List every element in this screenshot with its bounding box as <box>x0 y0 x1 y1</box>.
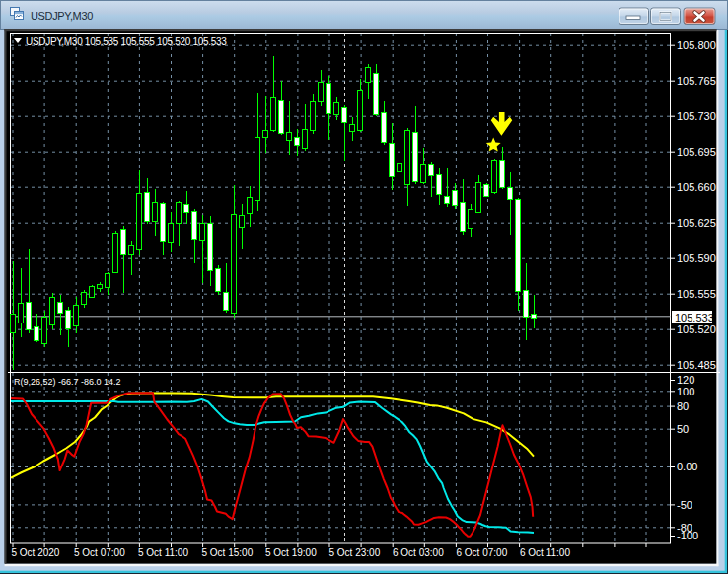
svg-text:80: 80 <box>677 400 689 412</box>
svg-text:5 Oct 23:00: 5 Oct 23:00 <box>329 547 381 558</box>
svg-text:6 Oct 03:00: 6 Oct 03:00 <box>393 547 444 558</box>
svg-text:105.660: 105.660 <box>677 181 716 193</box>
svg-text:5 Oct 07:00: 5 Oct 07:00 <box>74 547 125 558</box>
svg-text:105.555: 105.555 <box>677 288 716 300</box>
svg-text:6 Oct 11:00: 6 Oct 11:00 <box>520 547 570 558</box>
svg-text:105.625: 105.625 <box>677 217 716 229</box>
svg-text:105.730: 105.730 <box>677 110 716 122</box>
svg-text:105.520: 105.520 <box>677 323 716 335</box>
svg-text:105.590: 105.590 <box>677 252 716 264</box>
svg-text:100: 100 <box>677 386 694 397</box>
svg-text:120: 120 <box>677 374 694 386</box>
svg-text:-100: -100 <box>677 530 698 541</box>
svg-text:USDJPY,M30: USDJPY,M30 <box>31 10 93 22</box>
svg-text:-50: -50 <box>677 499 692 511</box>
svg-text:105.485: 105.485 <box>677 359 716 371</box>
svg-text:5 Oct 2020: 5 Oct 2020 <box>12 547 60 558</box>
svg-text:5 Oct 15:00: 5 Oct 15:00 <box>202 547 254 558</box>
svg-text:105.765: 105.765 <box>677 75 716 87</box>
svg-text:R(9,26,52) -66.7 -86.0 14.2: R(9,26,52) -66.7 -86.0 14.2 <box>14 377 121 387</box>
svg-text:5 Oct 11:00: 5 Oct 11:00 <box>138 547 188 558</box>
svg-text:50: 50 <box>677 423 689 435</box>
svg-text:6 Oct 07:00: 6 Oct 07:00 <box>457 547 508 558</box>
svg-text:105.695: 105.695 <box>677 146 716 158</box>
svg-text:5 Oct 19:00: 5 Oct 19:00 <box>265 547 317 558</box>
svg-text:USDJPY,M30 105.535 105.555 10: USDJPY,M30 105.535 105.555 105.520 105.5… <box>26 36 227 47</box>
svg-text:0.00: 0.00 <box>677 461 697 472</box>
svg-text:105.800: 105.800 <box>677 39 716 51</box>
svg-text:105.533: 105.533 <box>675 312 714 323</box>
